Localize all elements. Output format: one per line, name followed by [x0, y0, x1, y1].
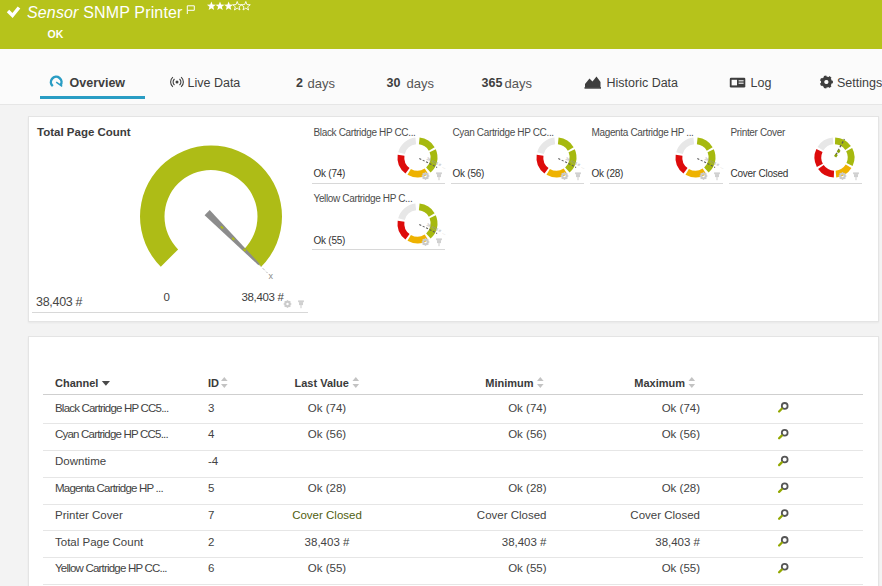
svg-text:x: x	[268, 271, 273, 281]
